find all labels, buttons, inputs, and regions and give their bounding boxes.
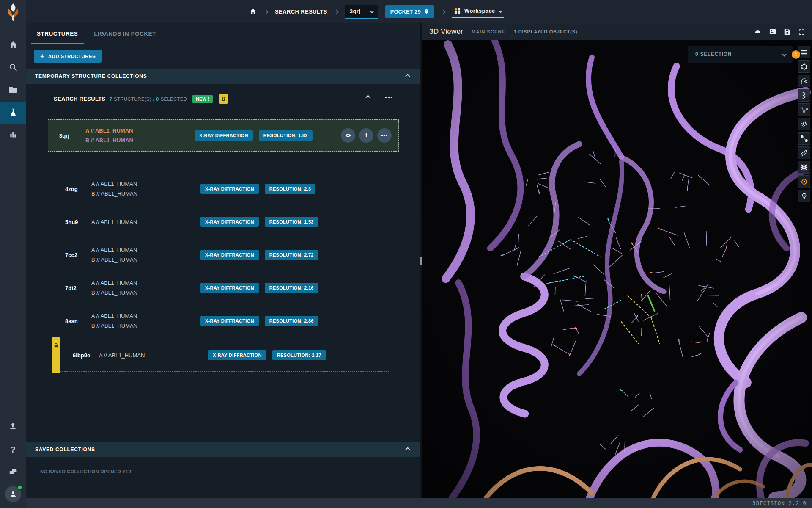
application-window: ? SEARCH RESULTS 3 <box>0 0 812 508</box>
sidebar-item-analytics[interactable] <box>0 124 26 146</box>
breadcrumb-home-button[interactable] <box>249 8 257 16</box>
pocket-button[interactable]: POCKET 29 <box>385 5 434 18</box>
structure-id: 7dt2 <box>54 285 91 291</box>
method-badge: X-RAY DIFFRACTION <box>200 250 259 260</box>
eye-icon <box>345 132 351 139</box>
workspace-dropdown[interactable]: Workspace <box>452 5 504 18</box>
sidebar-item-structures[interactable] <box>0 102 26 124</box>
structure-row[interactable]: 4zog A // ABL1_HUMANB // ABL1_HUMAN X-RA… <box>54 174 389 204</box>
workspace-label: Workspace <box>464 8 495 14</box>
temporary-collections-header[interactable]: TEMPORARY STRUCTURE COLLECTIONS <box>26 69 420 84</box>
resolution-badge: RESOLUTION: 1.53 <box>265 217 318 227</box>
collection-meta: 7 STRUCTURE(S) / 0 SELECTED <box>109 97 187 102</box>
method-badge: X-RAY DIFFRACTION <box>200 184 259 194</box>
status-bar: 3DECISION 2.2.0 <box>26 498 812 508</box>
pocket-icon[interactable] <box>798 75 810 87</box>
helix-icon[interactable] <box>798 89 810 102</box>
lightbulb-icon[interactable] <box>798 190 810 202</box>
collapse-chevron-icon[interactable] <box>405 447 410 452</box>
molecule-icon[interactable] <box>798 60 810 73</box>
collection-lock-icon[interactable] <box>219 94 228 104</box>
structure-selector-dropdown[interactable]: 3qrj <box>345 5 378 19</box>
selection-dropdown[interactable]: 0 SELECTION <box>688 46 793 63</box>
structure-row[interactable]: 5hu9 A // ABL1_HUMAN X-RAY DIFFRACTION R… <box>54 207 389 237</box>
selection-label: SELECTION <box>700 51 732 57</box>
sidebar-item-projects[interactable] <box>0 79 26 102</box>
sidebar-item-sessions[interactable] <box>0 461 26 483</box>
method-badge: X-RAY DIFFRACTION <box>200 283 259 293</box>
collapse-chevron-icon[interactable] <box>405 74 410 78</box>
collection-body: SEARCH RESULTS 7 STRUCTURE(S) / 0 SELECT… <box>26 84 420 442</box>
structure-row[interactable]: 3qrj A // ABL1_HUMANB // ABL1_HUMAN X-RA… <box>48 119 399 152</box>
user-avatar <box>5 486 21 502</box>
saved-collections-empty-text: NO SAVED COLLECTION OPENED YET <box>40 469 132 474</box>
method-badge: X-RAY DIFFRACTION <box>195 130 253 141</box>
info-icon: i <box>365 132 367 139</box>
sidebar-item-home[interactable] <box>0 34 26 57</box>
structure-id: 8ssn <box>54 318 91 324</box>
structures-panel: STRUCTURES LIGANDS IN POCKET + ADD STRUC… <box>26 23 420 498</box>
surface-icon[interactable] <box>798 118 810 130</box>
selected-count-label: SELECTED <box>161 97 187 102</box>
collection-collapse-chevron-icon[interactable] <box>366 95 370 99</box>
meta-separator: / <box>153 97 154 102</box>
saved-collections-body: NO SAVED COLLECTION OPENED YET <box>26 457 420 498</box>
structure-row[interactable]: 7dt2 A // ABL1_HUMANB // ABL1_HUMAN X-RA… <box>54 273 389 303</box>
location-pin-icon <box>424 8 429 15</box>
structure-list: 3qrj A // ABL1_HUMANB // ABL1_HUMAN X-RA… <box>26 110 420 372</box>
folder-icon <box>8 85 18 96</box>
focus-icon[interactable] <box>798 175 810 188</box>
structure-id: 4zog <box>54 186 91 192</box>
structure-row[interactable]: 6lbp9e A // ABL1_HUMAN X-RAY DIFFRACTION… <box>54 339 389 372</box>
settings-gear-icon[interactable] <box>798 161 810 174</box>
fullscreen-icon[interactable] <box>798 28 805 36</box>
interaction-icon[interactable] <box>798 132 810 145</box>
water-icon[interactable]: HOH <box>798 103 810 116</box>
structure-badges: X-RAY DIFFRACTION RESOLUTION: 1.82 <box>195 130 313 141</box>
collection-header: SEARCH RESULTS 7 STRUCTURE(S) / 0 SELECT… <box>26 84 420 104</box>
help-icon: ? <box>10 444 16 455</box>
chain-label: A // ABL1_HUMAN <box>91 280 200 286</box>
tab-structures[interactable]: STRUCTURES <box>37 23 78 44</box>
more-options-button[interactable]: ••• <box>377 128 392 143</box>
chevron-right-icon <box>334 9 338 14</box>
saved-collections-header[interactable]: SAVED COLLECTIONS <box>26 442 420 457</box>
visibility-eye-button[interactable] <box>341 128 355 143</box>
screens-icon <box>8 467 18 478</box>
structure-count: 7 <box>109 97 112 102</box>
ruler-icon[interactable] <box>798 146 810 159</box>
structure-chains: A // ABL1_HUMANB // ABL1_HUMAN <box>85 127 195 144</box>
save-icon[interactable] <box>784 28 791 36</box>
image-icon[interactable] <box>769 28 776 36</box>
chain-label: B // ABL1_HUMAN <box>91 257 200 263</box>
saved-collections-title: SAVED COLLECTIONS <box>35 447 95 453</box>
viewer-canvas[interactable]: 0 SELECTION 1 HOH <box>422 40 812 498</box>
chevron-down-icon <box>782 52 787 56</box>
sidebar-item-account[interactable] <box>0 483 26 505</box>
panel-tabs: STRUCTURES LIGANDS IN POCKET <box>26 23 420 44</box>
panel-resize-handle[interactable] <box>420 23 422 498</box>
upload-icon <box>8 422 17 432</box>
info-button[interactable]: i <box>359 128 373 143</box>
chain-label: B // ABL1_HUMAN <box>85 137 195 144</box>
structure-badges: X-RAY DIFFRACTION RESOLUTION: 2.16 <box>200 283 318 293</box>
breadcrumb-search-results[interactable]: SEARCH RESULTS <box>275 8 327 15</box>
viewer-panel: 3D Viewer MAIN SCENE 1 DISPLAYED OBJECT(… <box>422 23 812 498</box>
sidebar-item-help[interactable]: ? <box>0 438 26 461</box>
structure-row[interactable]: 8ssn A // ABL1_HUMANB // ABL1_HUMAN X-RA… <box>54 306 389 336</box>
sidebar-item-search[interactable] <box>0 57 26 79</box>
structure-badges: X-RAY DIFFRACTION RESOLUTION: 1.53 <box>200 217 318 227</box>
sidebar-item-upload[interactable] <box>0 416 26 438</box>
resize-grip-icon <box>420 257 422 265</box>
flask-icon <box>8 108 18 119</box>
structure-chains: A // ABL1_HUMAN <box>99 352 208 359</box>
structure-chains: A // ABL1_HUMANB // ABL1_HUMAN <box>91 313 200 329</box>
structure-badges: X-RAY DIFFRACTION RESOLUTION: 2.3 <box>200 184 315 194</box>
camera-icon[interactable] <box>754 28 762 36</box>
method-badge: X-RAY DIFFRACTION <box>200 316 259 326</box>
add-structures-button[interactable]: + ADD STRUCTURES <box>34 50 102 63</box>
collection-more-options-icon[interactable]: ••• <box>385 96 393 99</box>
svg-text:H: H <box>806 107 808 110</box>
structure-row[interactable]: 7cc2 A // ABL1_HUMANB // ABL1_HUMAN X-RA… <box>54 240 389 270</box>
tab-ligands-in-pocket[interactable]: LIGANDS IN POCKET <box>94 23 156 44</box>
